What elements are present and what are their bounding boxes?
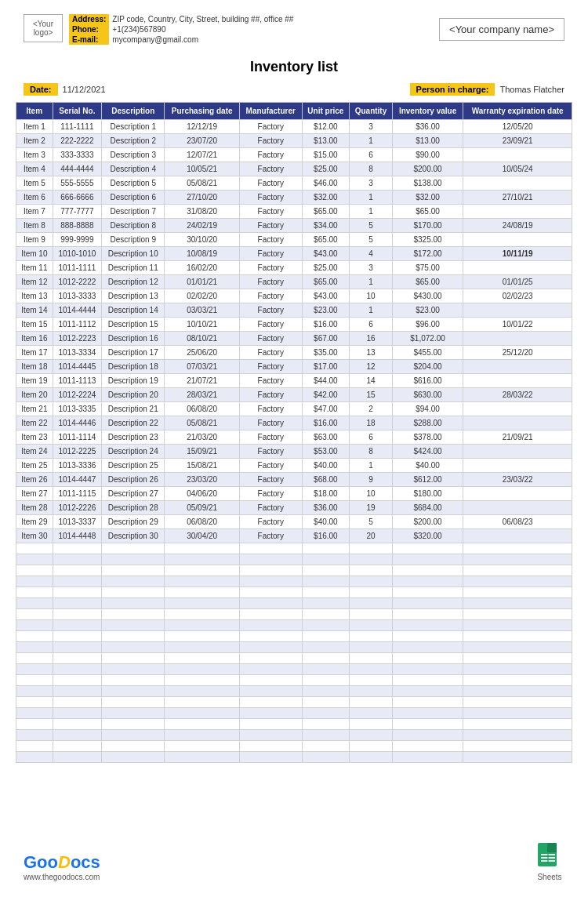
table-cell: Item 19: [16, 374, 53, 388]
table-cell: $16.00: [302, 318, 350, 332]
table-cell: $44.00: [302, 374, 350, 388]
table-cell: 222-2222: [53, 134, 102, 148]
table-cell: Factory: [239, 374, 302, 388]
table-cell: 16/02/20: [165, 261, 240, 275]
table-row: Item 3333-3333Description 312/07/21Facto…: [16, 148, 572, 162]
table-cell-empty: [463, 708, 572, 719]
table-row: Item 261014-4447Description 2623/03/20Fa…: [16, 473, 572, 487]
col-serial: Serial No.: [53, 103, 102, 120]
table-cell-empty: [165, 554, 240, 565]
table-cell: 777-7777: [53, 205, 102, 219]
table-cell-empty: [239, 719, 302, 730]
table-cell: [463, 374, 572, 388]
table-cell-empty: [16, 609, 53, 620]
table-cell-empty: [16, 587, 53, 598]
table-cell: Item 29: [16, 515, 53, 529]
table-row-empty: [16, 752, 572, 763]
table-cell: Item 26: [16, 473, 53, 487]
table-row-empty: [16, 631, 572, 642]
table-cell: 6: [350, 430, 393, 445]
table-cell: Item 5: [16, 176, 53, 191]
table-cell-empty: [16, 675, 53, 686]
table-cell: 10/10/21: [165, 318, 240, 332]
table-row-empty: [16, 708, 572, 719]
table-cell-empty: [350, 752, 393, 763]
table-cell: 1014-4447: [53, 473, 102, 487]
table-cell: Description 7: [102, 205, 165, 219]
table-cell: 1013-3335: [53, 402, 102, 416]
table-cell: Description 21: [102, 402, 165, 416]
table-cell-empty: [350, 642, 393, 653]
table-cell: 12/12/19: [165, 120, 240, 134]
email-value: mycompany@gmail.com: [109, 34, 296, 45]
table-cell: 21/03/20: [165, 430, 240, 445]
table-cell: $43.00: [302, 289, 350, 303]
table-cell: 1014-4445: [53, 360, 102, 374]
table-cell-empty: [239, 631, 302, 642]
table-cell: 1014-4444: [53, 303, 102, 318]
person-value: Thomas Flatcher: [499, 85, 564, 94]
table-cell: $32.00: [302, 191, 350, 205]
table-cell: $36.00: [302, 501, 350, 515]
table-cell: 1012-2226: [53, 501, 102, 515]
table-cell: $16.00: [302, 416, 350, 430]
table-cell-empty: [102, 631, 165, 642]
table-cell: [463, 416, 572, 430]
table-row: Item 251013-3336Description 2515/08/21Fa…: [16, 459, 572, 473]
table-cell-empty: [16, 642, 53, 653]
table-cell: 333-3333: [53, 148, 102, 162]
table-cell: $455.00: [392, 346, 463, 360]
col-unit-price: Unit price: [302, 103, 350, 120]
table-cell-empty: [302, 708, 350, 719]
table-cell: 15: [350, 388, 393, 402]
table-cell: Item 2: [16, 134, 53, 148]
table-cell-empty: [165, 576, 240, 587]
table-row-empty: [16, 664, 572, 675]
table-cell: Description 5: [102, 176, 165, 191]
table-cell: Factory: [239, 275, 302, 289]
table-cell: [463, 501, 572, 515]
table-cell: Factory: [239, 134, 302, 148]
table-cell-empty: [302, 664, 350, 675]
col-manufacturer: Manufacturer: [239, 103, 302, 120]
table-cell-empty: [53, 664, 102, 675]
table-cell: $616.00: [392, 374, 463, 388]
table-cell-empty: [350, 620, 393, 631]
table-cell-empty: [53, 730, 102, 741]
col-quantity: Quantity: [350, 103, 393, 120]
table-cell: $47.00: [302, 402, 350, 416]
table-cell: Factory: [239, 388, 302, 402]
goodocs-website: www.thegoodocs.com: [24, 873, 100, 881]
table-cell-empty: [102, 609, 165, 620]
table-cell-empty: [239, 554, 302, 565]
table-cell-empty: [16, 653, 53, 664]
table-cell-empty: [302, 587, 350, 598]
table-cell-empty: [239, 620, 302, 631]
table-cell: $46.00: [302, 176, 350, 191]
table-cell: Item 13: [16, 289, 53, 303]
table-cell: Description 13: [102, 289, 165, 303]
table-row-empty: [16, 565, 572, 576]
table-cell: 03/03/21: [165, 303, 240, 318]
table-cell-empty: [53, 554, 102, 565]
table-row: Item 241012-2225Description 2415/09/21Fa…: [16, 445, 572, 459]
table-cell: $43.00: [302, 247, 350, 261]
table-cell: 1013-3333: [53, 289, 102, 303]
table-cell: 23/07/20: [165, 134, 240, 148]
table-cell: 1: [350, 459, 393, 473]
table-cell: $13.00: [302, 134, 350, 148]
table-cell: 25/12/20: [463, 346, 572, 360]
table-cell-empty: [463, 653, 572, 664]
table-cell: $53.00: [302, 445, 350, 459]
table-cell: 30/10/20: [165, 233, 240, 247]
table-cell-empty: [53, 565, 102, 576]
table-cell-empty: [463, 752, 572, 763]
table-cell: $65.00: [302, 275, 350, 289]
table-cell-empty: [53, 675, 102, 686]
table-cell: 4: [350, 247, 393, 261]
table-cell-empty: [16, 730, 53, 741]
table-cell-empty: [463, 642, 572, 653]
table-cell-empty: [16, 752, 53, 763]
table-cell: $23.00: [392, 303, 463, 318]
table-cell-empty: [16, 598, 53, 609]
